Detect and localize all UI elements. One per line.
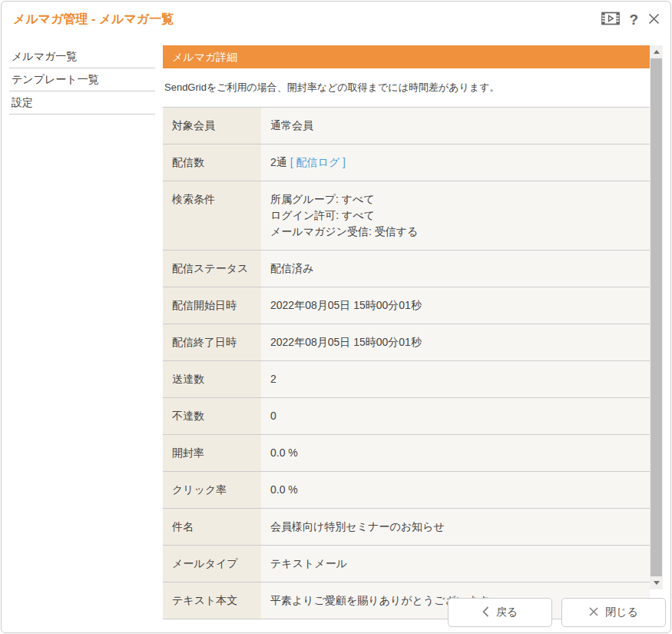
row-value: 所属グループ: すべて ログイン許可: すべて メールマガジン受信: 受信する: [261, 181, 650, 250]
video-tutorial-button[interactable]: [601, 12, 620, 28]
delivery-count-value: 2通: [270, 156, 287, 168]
table-row-delivery-status: 配信ステータス 配信済み: [163, 250, 650, 287]
close-button-label: 閉じる: [605, 606, 638, 619]
scroll-up-button[interactable]: [650, 45, 663, 58]
row-label: 配信開始日時: [163, 287, 261, 324]
panel-header: メルマガ詳細: [163, 45, 650, 68]
titlebar-icons: ?: [601, 12, 660, 28]
row-label: 対象会員: [163, 108, 261, 144]
table-row-mail-type: メールタイプ テキストメール: [163, 545, 650, 582]
table-row-open-rate: 開封率 0.0 %: [163, 434, 650, 471]
row-label: 件名: [163, 509, 261, 545]
row-value: 0.0 %: [261, 472, 650, 508]
sidebar-item-template-list[interactable]: テンプレート一覧: [9, 68, 155, 91]
film-video-icon: [601, 12, 620, 28]
scrollbar-thumb[interactable]: [650, 58, 662, 576]
delivery-log-link[interactable]: [ 配信ログ ]: [290, 156, 346, 168]
page-title: メルマガ管理 - メルマガ一覧: [13, 12, 174, 28]
row-value: テキストメール: [261, 546, 650, 582]
row-label: 開封率: [163, 435, 261, 471]
row-label: 配信終了日時: [163, 324, 261, 360]
row-value: 2022年08月05日 15時00分01秒: [261, 287, 650, 324]
row-value: 配信済み: [261, 251, 650, 287]
help-button[interactable]: ?: [629, 12, 638, 28]
row-label: 配信ステータス: [163, 251, 261, 287]
detail-panel: メルマガ詳細 SendGridをご利用の場合、開封率などの取得までには時間差があ…: [163, 45, 650, 619]
row-value: 通常会員: [261, 108, 650, 144]
triangle-up-icon: [654, 50, 660, 54]
row-label: テキスト本文: [163, 583, 261, 619]
scroll-down-button[interactable]: [650, 576, 663, 589]
chevron-left-icon: [482, 606, 489, 619]
row-value: 2通[ 配信ログ ]: [261, 144, 650, 181]
table-row-click-rate: クリック率 0.0 %: [163, 471, 650, 508]
vertical-scrollbar[interactable]: [650, 45, 663, 589]
close-icon: [647, 12, 660, 28]
sidebar-nav: メルマガ一覧 テンプレート一覧 設定: [9, 45, 155, 115]
row-value: 2: [261, 361, 650, 397]
row-label: メールタイプ: [163, 546, 261, 582]
row-label: 送達数: [163, 361, 261, 397]
table-row-target-members: 対象会員 通常会員: [163, 107, 650, 144]
detail-table: 対象会員 通常会員 配信数 2通[ 配信ログ ] 検索条件 所属グループ: すべ…: [163, 107, 650, 619]
row-label: クリック率: [163, 472, 261, 508]
dialog-window: メルマガ管理 - メルマガ一覧 ?: [1, 1, 671, 633]
sidebar-item-mailmagazine-list[interactable]: メルマガ一覧: [9, 45, 155, 68]
triangle-down-icon: [654, 581, 660, 585]
row-value: 2022年08月05日 15時00分01秒: [261, 324, 650, 360]
window-close-button[interactable]: [647, 12, 660, 28]
table-row-delivered-count: 送達数 2: [163, 360, 650, 397]
row-value: 0.0 %: [261, 435, 650, 471]
row-label: 配信数: [163, 144, 261, 181]
sidebar-item-settings[interactable]: 設定: [9, 91, 155, 115]
table-row-undelivered-count: 不達数 0: [163, 397, 650, 434]
sendgrid-note: SendGridをご利用の場合、開封率などの取得までには時間差があります。: [163, 68, 650, 107]
row-value: 0: [261, 398, 650, 434]
table-row-delivery-count: 配信数 2通[ 配信ログ ]: [163, 144, 650, 181]
back-button-label: 戻る: [496, 606, 518, 619]
close-dialog-button[interactable]: 閉じる: [561, 598, 666, 627]
x-icon: [589, 606, 598, 619]
table-row-subject: 件名 会員様向け特別セミナーのお知らせ: [163, 508, 650, 545]
row-label: 検索条件: [163, 181, 261, 250]
table-row-delivery-end: 配信終了日時 2022年08月05日 15時00分01秒: [163, 324, 650, 360]
table-row-delivery-start: 配信開始日時 2022年08月05日 15時00分01秒: [163, 287, 650, 324]
question-mark-icon: ?: [629, 12, 638, 28]
row-label: 不達数: [163, 398, 261, 434]
back-button[interactable]: 戻る: [448, 598, 552, 627]
row-value: 会員様向け特別セミナーのお知らせ: [261, 509, 650, 545]
table-row-search-conditions: 検索条件 所属グループ: すべて ログイン許可: すべて メールマガジン受信: …: [163, 181, 650, 250]
